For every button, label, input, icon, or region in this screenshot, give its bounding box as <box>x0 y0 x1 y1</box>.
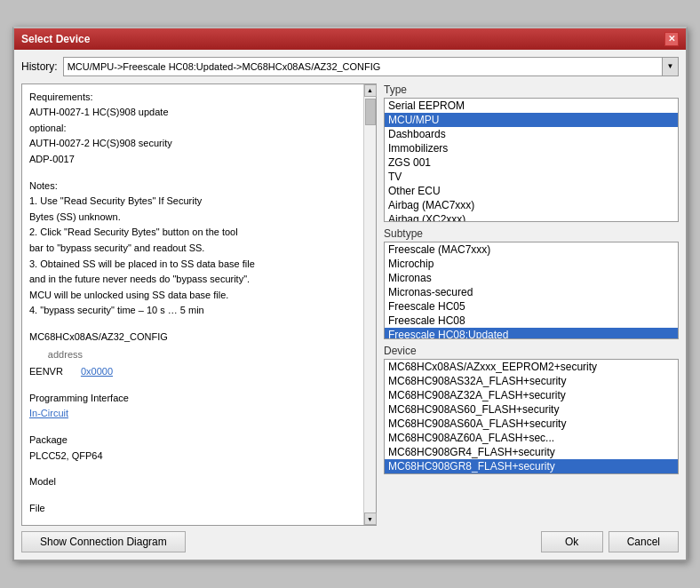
title-bar: Select Device ✕ <box>14 28 686 50</box>
dialog-title: Select Device <box>21 33 90 45</box>
dialog-body: History: ▼ Requirements: AUTH-0027-1 HC(… <box>14 50 686 560</box>
eenvr-value[interactable]: 0x0000 <box>81 364 113 380</box>
type-item-other-ecu[interactable]: Other ECU <box>385 184 678 198</box>
notes-label: Notes: <box>29 180 58 191</box>
req3-text: ADP-0017 <box>29 152 356 168</box>
type-item-tv[interactable]: TV <box>385 170 678 184</box>
note2: 2. Click "Read Security Bytes" button on… <box>29 225 356 241</box>
left-panel: Requirements: AUTH-0027-1 HC(S)908 updat… <box>21 83 377 527</box>
device-item-2[interactable]: MC68HC908AZ32A_FLASH+security <box>385 388 678 402</box>
history-dropdown-arrow[interactable]: ▼ <box>663 57 679 76</box>
scroll-thumb[interactable] <box>365 99 376 125</box>
addr-line: address <box>29 347 356 363</box>
device-listbox[interactable]: MC68HCx08AS/AZxxx_EEPROM2+security MC68H… <box>384 359 679 474</box>
subtype-label: Subtype <box>384 227 679 240</box>
subtype-item-freescale-hc08[interactable]: Freescale HC08 <box>385 314 678 328</box>
req2-text: AUTH-0027-2 HC(S)908 security <box>29 136 356 152</box>
subtype-item-microchip[interactable]: Microchip <box>385 257 678 271</box>
close-button[interactable]: ✕ <box>664 32 679 46</box>
type-item-serial-eeprom[interactable]: Serial EEPROM <box>385 99 678 113</box>
in-circuit-label[interactable]: In-Circuit <box>29 406 356 422</box>
device-item-8[interactable]: MC68HC908GR16_FLASH+security <box>385 473 678 474</box>
type-item-airbag-mac7[interactable]: Airbag (MAC7xxx) <box>385 198 678 212</box>
main-area: Requirements: AUTH-0027-1 HC(S)908 updat… <box>21 83 679 527</box>
type-item-mcu-mpu[interactable]: MCU/MPU <box>385 113 678 127</box>
scroll-down-btn[interactable]: ▼ <box>364 513 377 525</box>
model-label[interactable]: Model <box>29 476 56 487</box>
subtype-group: Subtype Freescale (MAC7xxx) Microchip Mi… <box>384 227 679 339</box>
quick-info-scrollbar[interactable]: ▲ ▼ <box>363 84 376 526</box>
device-item-0[interactable]: MC68HCx08AS/AZxxx_EEPROM2+security <box>385 360 678 374</box>
select-device-dialog: Select Device ✕ History: ▼ Requirements:… <box>12 27 688 562</box>
subtype-item-freescale-hc08-updated[interactable]: Freescale HC08:Updated <box>385 328 678 339</box>
type-item-dashboards[interactable]: Dashboards <box>385 127 678 141</box>
device-label: Device <box>384 345 679 357</box>
note3: 3. Obtained SS will be placed in to SS d… <box>29 257 356 273</box>
ok-button[interactable]: Ok <box>541 531 603 552</box>
note3c: MCU will be unlocked using SS data base … <box>29 288 356 304</box>
model-section: Model <box>29 474 356 490</box>
subtype-listbox[interactable]: Freescale (MAC7xxx) Microchip Micronas M… <box>384 242 679 339</box>
note2b: bar to "bypass security" and readout SS. <box>29 241 356 257</box>
package-section: Package PLCC52, QFP64 <box>29 433 356 464</box>
req1-text: AUTH-0027-1 HC(S)908 update <box>29 105 356 121</box>
history-label: History: <box>21 60 58 73</box>
prog-interface-section: Programming Interface In-Circuit <box>29 391 356 422</box>
type-item-airbag-xc2[interactable]: Airbag (XC2xxx) <box>385 212 678 222</box>
history-combo: ▼ <box>63 57 679 76</box>
eenvr-line: EENVR 0x0000 <box>29 364 356 380</box>
quick-info-content: Requirements: AUTH-0027-1 HC(S)908 updat… <box>22 84 363 526</box>
subtype-item-micronas-secured[interactable]: Micronas-secured <box>385 285 678 299</box>
device-group: Device MC68HCx08AS/AZxxx_EEPROM2+securit… <box>384 345 679 474</box>
note3b: and in the future never needs do "bypass… <box>29 272 356 288</box>
package-value: PLCC52, QFP64 <box>29 449 356 465</box>
device-item-3[interactable]: MC68HC908AS60_FLASH+security <box>385 402 678 417</box>
subtype-item-freescale-hc05[interactable]: Freescale HC05 <box>385 299 678 314</box>
history-input[interactable] <box>63 57 663 76</box>
subtype-item-micronas[interactable]: Micronas <box>385 271 678 285</box>
requirements-section: Requirements: AUTH-0027-1 HC(S)908 updat… <box>29 90 356 168</box>
bottom-row: Show Connection Diagram Ok Cancel <box>21 526 679 552</box>
type-listbox[interactable]: Serial EEPROM MCU/MPU Dashboards Immobil… <box>384 98 679 222</box>
cancel-button[interactable]: Cancel <box>609 531 679 552</box>
quick-info-wrapper: Requirements: AUTH-0027-1 HC(S)908 updat… <box>21 83 377 527</box>
right-panel: Type Serial EEPROM MCU/MPU Dashboards Im… <box>384 83 679 527</box>
device-item-6[interactable]: MC68HC908GR4_FLASH+security <box>385 445 678 459</box>
req-optional-text: optional: <box>29 121 356 137</box>
type-label: Type <box>384 83 679 96</box>
note4: 4. "bypass security" time – 10 s … 5 min <box>29 303 356 319</box>
device-config-section: MC68HCx08AS/AZ32_CONFIG address EENVR 0x… <box>29 330 356 380</box>
device-item-4[interactable]: MC68HC908AS60A_FLASH+security <box>385 417 678 431</box>
eenvr-label: EENVR <box>29 364 63 380</box>
type-item-zgs001[interactable]: ZGS 001 <box>385 155 678 170</box>
addr-label: address <box>29 347 83 363</box>
device-item-7[interactable]: MC68HC908GR8_FLASH+security <box>385 459 678 473</box>
file-label[interactable]: File <box>29 503 45 513</box>
file-section: File <box>29 501 356 517</box>
package-label[interactable]: Package <box>29 434 68 445</box>
subtype-item-freescale-mac7[interactable]: Freescale (MAC7xxx) <box>385 242 678 257</box>
notes-section: Notes: 1. Use "Read Security Bytes" If S… <box>29 179 356 319</box>
scroll-up-btn[interactable]: ▲ <box>364 84 377 97</box>
requirements-label: Requirements: <box>29 91 93 102</box>
show-connection-button[interactable]: Show Connection Diagram <box>21 531 186 552</box>
history-row: History: ▼ <box>21 57 679 76</box>
type-item-immobilizers[interactable]: Immobilizers <box>385 141 678 155</box>
device-item-1[interactable]: MC68HC908AS32A_FLASH+security <box>385 374 678 388</box>
note1b: Bytes (SS) unknown. <box>29 210 356 226</box>
type-group: Type Serial EEPROM MCU/MPU Dashboards Im… <box>384 83 679 222</box>
device-config-label[interactable]: MC68HCx08AS/AZ32_CONFIG <box>29 331 168 342</box>
device-item-5[interactable]: MC68HC908AZ60A_FLASH+sec... <box>385 431 678 445</box>
prog-interface-label[interactable]: Programming Interface <box>29 393 129 403</box>
ok-cancel-row: Ok Cancel <box>541 531 679 552</box>
note1: 1. Use "Read Security Bytes" If Security <box>29 194 356 210</box>
